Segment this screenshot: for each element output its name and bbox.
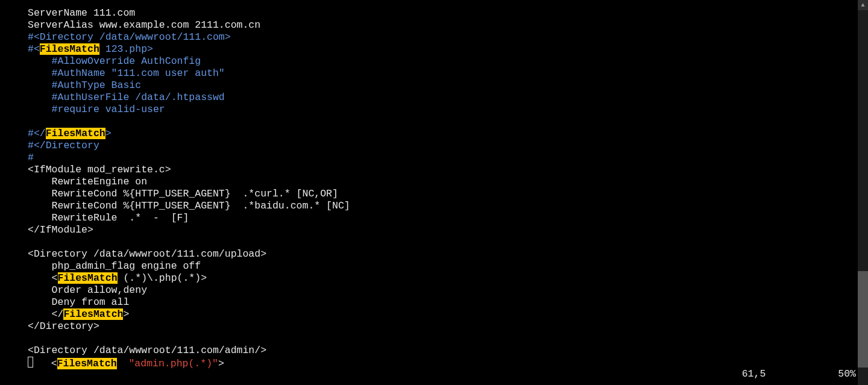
code-segment: #</Directory: [28, 140, 99, 151]
code-line[interactable]: [28, 333, 856, 345]
code-segment: RewriteCond %{HTTP_USER_AGENT} .*baidu.c…: [28, 200, 350, 211]
code-line[interactable]: ServerName 111.com: [28, 7, 856, 19]
code-segment: #: [28, 152, 34, 163]
code-line[interactable]: #<FilesMatch 123.php>: [28, 43, 856, 55]
code-line[interactable]: [28, 236, 856, 248]
code-segment: RewriteRule .* - [F]: [28, 212, 189, 224]
code-segment: [28, 333, 34, 344]
code-segment: <IfModule mod_rewrite.c>: [28, 164, 171, 175]
scrollbar-up-arrow[interactable]: ▲: [858, 0, 868, 10]
code-line[interactable]: #</Directory: [28, 140, 856, 152]
code-line[interactable]: <Directory /data/wwwroot/111.com/upload>: [28, 248, 856, 260]
code-segment: #AuthUserFile /data/.htpasswd: [28, 92, 225, 103]
vim-status-line: 61,5 50%: [28, 368, 856, 380]
code-line[interactable]: #AuthName "111.com user auth": [28, 67, 856, 80]
code-segment: [28, 116, 34, 127]
code-segment: #AllowOverride AuthConfig: [28, 55, 201, 67]
code-segment: #require valid-user: [28, 104, 165, 115]
code-line[interactable]: [28, 116, 856, 128]
search-highlight: FilesMatch: [46, 128, 105, 139]
code-segment: <Directory /data/wwwroot/111.com/upload>: [28, 248, 266, 260]
code-segment: [28, 236, 34, 248]
code-segment: #<: [28, 43, 40, 55]
code-segment: RewriteCond %{HTTP_USER_AGENT} .*curl.* …: [28, 188, 338, 199]
code-line[interactable]: ServerAlias www.example.com 2111.com.cn: [28, 19, 856, 31]
code-line[interactable]: RewriteRule .* - [F]: [28, 212, 856, 224]
code-line[interactable]: Deny from all: [28, 296, 856, 308]
code-segment: >: [123, 308, 129, 320]
code-line[interactable]: #<Directory /data/wwwroot/111.com>: [28, 31, 856, 43]
code-segment: <Directory /data/wwwroot/111.com/admin/>: [28, 345, 266, 356]
code-line[interactable]: #: [28, 152, 856, 164]
scroll-percentage: 50%: [838, 368, 856, 380]
search-highlight: FilesMatch: [63, 308, 123, 320]
code-line[interactable]: <FilesMatch (.*)\.php(.*)>: [28, 272, 856, 284]
scrollbar-thumb[interactable]: [858, 271, 868, 368]
code-line[interactable]: #AuthType Basic: [28, 80, 856, 92]
code-segment: ServerName 111.com: [28, 7, 135, 19]
code-segment: ServerAlias www.example.com 2111.com.cn: [28, 19, 260, 31]
editor-area[interactable]: ServerName 111.comServerAlias www.exampl…: [0, 0, 856, 385]
code-segment: </Directory>: [28, 321, 99, 332]
code-line[interactable]: php_admin_flag engine off: [28, 260, 856, 272]
code-line[interactable]: <Directory /data/wwwroot/111.com/admin/>: [28, 345, 856, 357]
code-segment: Deny from all: [28, 296, 129, 308]
terminal-viewport: ServerName 111.comServerAlias www.exampl…: [0, 0, 868, 385]
code-line[interactable]: RewriteCond %{HTTP_USER_AGENT} .*baidu.c…: [28, 200, 856, 212]
code-line[interactable]: </IfModule>: [28, 224, 856, 236]
code-segment: </: [28, 308, 63, 320]
code-line[interactable]: #require valid-user: [28, 104, 856, 116]
code-segment: #AuthType Basic: [28, 80, 141, 91]
code-line[interactable]: <IfModule mod_rewrite.c>: [28, 164, 856, 176]
code-segment: #</: [28, 128, 46, 139]
code-line[interactable]: RewriteCond %{HTTP_USER_AGENT} .*curl.* …: [28, 188, 856, 200]
cursor-position: 61,5: [742, 368, 766, 380]
code-segment: #AuthName "111.com user auth": [28, 67, 225, 79]
text-cursor: [28, 357, 33, 368]
code-segment: <: [28, 272, 58, 284]
code-line[interactable]: </FilesMatch>: [28, 308, 856, 321]
code-line[interactable]: #</FilesMatch>: [28, 128, 856, 140]
vertical-scrollbar[interactable]: ▲: [858, 0, 868, 385]
code-segment: RewriteEngine on: [28, 176, 147, 187]
search-highlight: FilesMatch: [40, 43, 99, 55]
code-segment: #<Directory /data/wwwroot/111.com>: [28, 31, 231, 43]
code-line[interactable]: #AllowOverride AuthConfig: [28, 55, 856, 67]
code-segment: (.*)\.php(.*)>: [118, 272, 207, 284]
code-segment: 123.php>: [99, 43, 153, 55]
code-segment: >: [105, 128, 112, 139]
search-highlight: FilesMatch: [58, 272, 118, 284]
code-line[interactable]: </Directory>: [28, 321, 856, 333]
code-segment: </IfModule>: [28, 224, 93, 236]
code-segment: php_admin_flag engine off: [28, 260, 201, 272]
code-line[interactable]: #AuthUserFile /data/.htpasswd: [28, 92, 856, 104]
code-line[interactable]: RewriteEngine on: [28, 176, 856, 188]
code-segment: Order allow,deny: [28, 284, 147, 296]
code-line[interactable]: Order allow,deny: [28, 284, 856, 296]
